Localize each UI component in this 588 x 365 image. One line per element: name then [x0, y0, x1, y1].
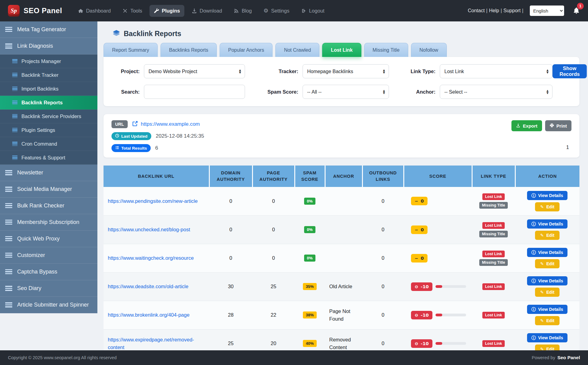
sidebar-item-membership-subscription[interactable]: Membership Subscription: [0, 214, 97, 231]
tab-popular-anchors[interactable]: Popular Anchors: [220, 43, 273, 57]
sidebar-item-article-submitter-and-spinner[interactable]: Article Submitter and Spinner: [0, 297, 97, 313]
sidebar-item-label: Captcha Bypass: [17, 269, 57, 275]
edit-button[interactable]: ✎Edit: [535, 288, 560, 297]
nav-item-logout[interactable]: Logout: [297, 5, 329, 17]
menu-bars-icon: [5, 170, 12, 175]
show-records-button[interactable]: Show Records: [552, 64, 587, 78]
sidebar-item-customizer[interactable]: Customizer: [0, 247, 97, 264]
table-row: https://www.waitingcheck.org/resource000…: [104, 244, 579, 272]
pencil-icon: ✎: [540, 262, 544, 266]
backlink-url-link[interactable]: https://www.pendingsite.com/new-article: [108, 198, 198, 204]
sidebar-item-features-support[interactable]: Features & Support: [0, 151, 97, 165]
menu-bars-icon: [5, 220, 12, 225]
table-row: https://www.unchecked.net/blog-post000%0…: [104, 215, 579, 244]
sidebar-item-projects-manager[interactable]: Projects Manager: [0, 54, 97, 68]
sidebar-item-backlink-tracker[interactable]: Backlink Tracker: [0, 68, 97, 82]
score-progress-bar: [435, 314, 466, 316]
sidebar-item-backlink-service-providers[interactable]: Backlink Service Providers: [0, 110, 97, 123]
backlink-url-link[interactable]: https://www.expiredpage.net/removed-cont…: [108, 337, 194, 350]
column-header-action: Action: [515, 166, 579, 187]
nav-item-tools[interactable]: Tools: [118, 5, 147, 17]
top-link-contact[interactable]: Contact: [468, 8, 484, 13]
footer-brand[interactable]: Seo Panel: [557, 355, 580, 360]
tab-missing-title[interactable]: Missing Title: [364, 43, 408, 57]
sidebar-item-meta-tag-generator[interactable]: Meta Tag Generator: [0, 21, 97, 38]
tracker-select[interactable]: Homepage Backlinks: [303, 64, 389, 78]
external-link-icon: [132, 121, 138, 128]
sidebar-item-plugin-settings[interactable]: Plugin Settings: [0, 123, 97, 137]
backlink-url-link[interactable]: https://www.deadsite.com/old-article: [108, 284, 188, 289]
layers-icon: [113, 29, 120, 38]
project-select[interactable]: Demo Website Project: [144, 64, 245, 78]
tab-report-summary[interactable]: Report Summary: [104, 43, 158, 57]
export-button[interactable]: Export: [511, 120, 542, 131]
sidebar-item-backlink-reports[interactable]: Backlink Reports: [0, 96, 97, 110]
backlink-url-link[interactable]: https://www.brokenlink.org/404-page: [108, 312, 190, 318]
print-button[interactable]: Print: [545, 120, 571, 131]
view-details-button[interactable]: ⓘView Details: [527, 276, 567, 285]
language-select[interactable]: English: [530, 6, 564, 16]
edit-button[interactable]: ✎Edit: [535, 202, 560, 211]
page-authority-value: 0: [252, 215, 295, 244]
url-badge: URL: [111, 120, 128, 128]
top-link-support[interactable]: Support: [503, 8, 521, 13]
sidebar-item-bulk-rank-checker[interactable]: Bulk Rank Checker: [0, 198, 97, 214]
view-details-button[interactable]: ⓘView Details: [527, 191, 567, 200]
info-icon: ⓘ: [531, 336, 536, 340]
nav-item-settings[interactable]: ⚙Settings: [259, 5, 294, 17]
score-progress-bar: [435, 342, 466, 345]
view-details-button[interactable]: ⓘView Details: [527, 305, 567, 314]
anchor-select[interactable]: -- Select --: [440, 85, 552, 99]
sidebar-item-social-media-manager[interactable]: Social Media Manager: [0, 181, 97, 198]
anchor-text: [325, 187, 362, 215]
menu-bars-icon: [12, 114, 17, 119]
summary-card: URL https://www.example.com Last Updated…: [104, 114, 579, 158]
view-details-button[interactable]: ⓘView Details: [527, 219, 567, 229]
nav-item-label: Download: [200, 8, 222, 14]
sidebar-item-label: Features & Support: [21, 155, 65, 161]
sidebar-item-import-backlinks[interactable]: Import Backlinks: [0, 82, 97, 96]
tab-backlinks-reports[interactable]: Backlinks Reports: [160, 43, 217, 57]
sidebar-item-label: Newsletter: [17, 169, 43, 176]
nav-item-dashboard[interactable]: Dashboard: [74, 5, 115, 17]
tab-nofollow[interactable]: Nofollow: [411, 43, 447, 57]
main-nav: DashboardToolsPluginsDownloadBlog⚙Settin…: [74, 5, 329, 17]
app-brand[interactable]: Sp SEO Panel: [8, 5, 62, 17]
link-type-badge-missing-title: Missing Title: [479, 231, 508, 237]
page-authority-value: 0: [252, 244, 295, 272]
tab-lost-link[interactable]: Lost Link: [322, 43, 361, 57]
top-link-help[interactable]: Help: [489, 8, 499, 13]
last-updated-value: 2025-12-08 14:25:35: [156, 133, 204, 139]
edit-button[interactable]: ✎Edit: [535, 259, 560, 268]
nav-item-plugins[interactable]: Plugins: [149, 5, 184, 17]
sidebar-item-newsletter[interactable]: Newsletter: [0, 165, 97, 181]
report-tabs: Report SummaryBacklinks ReportsPopular A…: [104, 43, 579, 57]
backlink-url-link[interactable]: https://www.waitingcheck.org/resource: [108, 255, 194, 261]
backlink-url-link[interactable]: https://www.unchecked.net/blog-post: [108, 227, 190, 232]
search-input[interactable]: [144, 85, 245, 99]
column-header-score: Score: [404, 166, 472, 187]
sidebar-item-link-diagnosis[interactable]: Link Diagnosis: [0, 38, 97, 54]
edit-button[interactable]: ✎Edit: [535, 231, 560, 240]
nav-item-blog[interactable]: Blog: [229, 5, 256, 17]
sidebar-item-seo-diary[interactable]: Seo Diary: [0, 280, 97, 297]
tracker-label: Tracker:: [262, 69, 298, 74]
column-header-spam-score: Spam Score: [295, 166, 325, 187]
link-type-select[interactable]: Lost Link: [440, 64, 552, 78]
nav-item-download[interactable]: Download: [187, 5, 226, 17]
view-details-button[interactable]: ⓘView Details: [527, 333, 567, 342]
spam-score-select[interactable]: -- All --: [303, 85, 389, 99]
edit-button[interactable]: ✎Edit: [535, 316, 560, 325]
sidebar-item-captcha-bypass[interactable]: Captcha Bypass: [0, 264, 97, 280]
spam-score-badge: 38%: [303, 311, 316, 318]
view-details-button[interactable]: ⓘView Details: [527, 248, 567, 257]
link-type-label: Link Type:: [402, 69, 435, 74]
pagination-page-1[interactable]: 1: [564, 143, 571, 152]
minus-icon: −: [415, 228, 418, 232]
powered-by-text: Powered by: [532, 355, 555, 360]
tab-not-crawled[interactable]: Not Crawled: [275, 43, 319, 57]
notification-bell-icon[interactable]: 1: [573, 7, 580, 14]
sidebar-item-cron-command[interactable]: Cron Command: [0, 137, 97, 151]
tracked-url-link[interactable]: https://www.example.com: [132, 121, 200, 128]
sidebar-item-quick-web-proxy[interactable]: Quick Web Proxy: [0, 231, 97, 247]
